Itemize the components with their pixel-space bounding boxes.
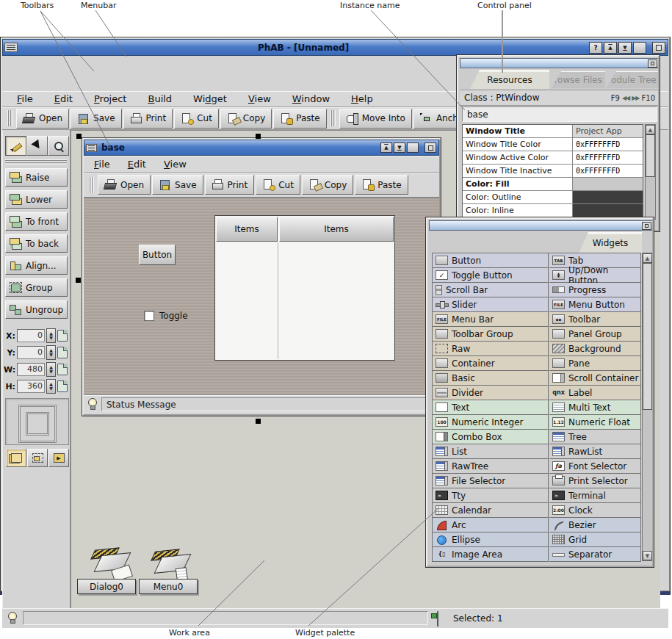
palette-item-file-selector[interactable]: File Selector — [433, 474, 549, 488]
menu-item-build[interactable]: Build — [148, 93, 172, 104]
tab-module-tree[interactable]: Module Tree — [607, 71, 660, 88]
raise-button[interactable]: Raise — [5, 168, 68, 187]
scrollbar-thumb[interactable] — [646, 134, 655, 177]
w-field[interactable]: 480 — [17, 363, 45, 376]
prop-value-window-active-color[interactable]: 0xFFFFFFFD — [573, 151, 643, 164]
open-button[interactable]: Open — [16, 109, 69, 129]
palette-item-ellipse[interactable]: Ellipse — [433, 532, 549, 547]
palette-item-tty[interactable]: >Tty — [433, 488, 549, 503]
h-field[interactable]: 360 — [17, 380, 45, 393]
main-title-bar[interactable]: PhAB - [Unnamed] ? ▲ ▼ — [2, 39, 668, 56]
control-panel-title-bar[interactable] — [460, 58, 660, 68]
paste-button[interactable]: Paste — [355, 175, 408, 195]
prop-name-window-title-inactive[interactable]: Window Title Inactive — [463, 165, 573, 177]
property-row[interactable]: Window Title Inactive0xFFFFFFFD — [463, 165, 643, 178]
palette-item-text[interactable]: Text — [433, 400, 549, 415]
tab-browse-files[interactable]: Browse Files — [552, 71, 605, 88]
palette-item-container[interactable]: Container — [433, 356, 549, 371]
selection-handle[interactable] — [76, 278, 81, 283]
palette-item-bezier[interactable]: Bezier — [549, 518, 641, 532]
instance-name-input[interactable]: base — [462, 106, 657, 122]
palette-title-bar[interactable] — [429, 220, 654, 231]
menu-item-edit[interactable]: Edit — [128, 159, 146, 170]
modules-button[interactable] — [6, 449, 26, 467]
expand-mode-button[interactable]: ▶ — [48, 449, 69, 467]
toggle-checkbox[interactable] — [144, 311, 154, 321]
spinner-stepper[interactable]: ▲▼ — [46, 328, 56, 343]
palette-item-font-selector[interactable]: ƒaFont Selector — [549, 459, 641, 474]
prev-arrows-icon[interactable]: ◀◀ — [622, 95, 629, 101]
lock-icon[interactable] — [57, 364, 68, 375]
close-button[interactable] — [652, 42, 665, 54]
palette-item-divider[interactable]: Divider — [433, 386, 549, 400]
menu-item-view[interactable]: View — [164, 159, 187, 170]
palette-item-scroll-container[interactable]: Scroll Container — [549, 371, 641, 386]
list-column-header[interactable]: Items — [216, 217, 278, 242]
base-collapse-button[interactable]: ▲ — [380, 142, 392, 153]
prop-name-window-title-color[interactable]: Window Title Color — [463, 138, 573, 151]
palette-item-rawtree[interactable]: RawTree — [433, 459, 549, 474]
resize-button[interactable] — [633, 42, 646, 54]
menu-item-file[interactable]: File — [94, 159, 110, 170]
property-row[interactable]: Window Active Color0xFFFFFFFD — [463, 151, 643, 165]
move-into-button[interactable]: Move Into — [339, 109, 412, 129]
x-field[interactable]: 0 — [17, 329, 45, 342]
base-title-bar[interactable]: base ▲ ▼ — [84, 140, 439, 156]
dialog-module-icon[interactable] — [93, 547, 134, 580]
menu-item-edit[interactable]: Edit — [54, 93, 73, 104]
palette-scrollbar[interactable]: ▲ ▼ — [642, 253, 653, 561]
lock-icon[interactable] — [57, 330, 68, 342]
prop-value-window-title-inactive[interactable]: 0xFFFFFFFD — [573, 165, 643, 177]
print-button[interactable]: Print — [205, 175, 255, 195]
palette-item-basic[interactable]: Basic — [433, 371, 549, 386]
prop-name-color-outline[interactable]: Color: Outline — [463, 191, 573, 203]
designed-button-widget[interactable]: Button — [139, 245, 176, 265]
scrollbar-thumb[interactable] — [643, 263, 652, 410]
scroll-down-icon[interactable]: ▼ — [643, 551, 652, 560]
menu-module-label[interactable]: Menu0 — [139, 579, 198, 594]
anchor-frame-widget[interactable] — [18, 405, 57, 443]
list-column-header[interactable]: Items — [279, 217, 394, 242]
palette-item-grid[interactable]: Grid — [549, 532, 641, 547]
palette-item-scroll-bar[interactable]: Scroll Bar — [433, 283, 549, 297]
align-button[interactable]: Align... — [5, 256, 68, 275]
menu-item-file[interactable]: File — [17, 93, 33, 104]
scroll-up-icon[interactable]: ▲ — [646, 125, 655, 134]
save-button[interactable]: Save — [71, 109, 121, 129]
sidebar-grip[interactable] — [5, 159, 67, 165]
palette-item-toolbar-group[interactable]: Toolbar Group — [433, 327, 549, 342]
menu-item-window[interactable]: Window — [292, 93, 330, 104]
pointer-tool-button[interactable] — [26, 136, 48, 156]
dialog-module-label[interactable]: Dialog0 — [77, 579, 136, 594]
open-button[interactable]: Open — [98, 175, 151, 195]
prop-name-color-inline[interactable]: Color: Inline — [463, 204, 573, 217]
panel-box-button[interactable] — [642, 222, 651, 230]
palette-item-toggle-button[interactable]: ✓Toggle Button — [433, 268, 549, 283]
scroll-up-icon[interactable]: ▲ — [643, 253, 652, 263]
tab-widgets[interactable]: Widgets — [579, 232, 642, 253]
designed-toggle-widget[interactable]: Toggle — [144, 311, 188, 321]
palette-item-progress[interactable]: Progress — [549, 283, 641, 297]
palette-item-print-selector[interactable]: Print Selector — [549, 474, 641, 488]
selection-handle[interactable] — [256, 134, 261, 139]
spinner-stepper[interactable]: ▲▼ — [46, 345, 56, 360]
base-close-button[interactable] — [424, 142, 436, 153]
magnifier-tool-button[interactable] — [48, 136, 69, 156]
palette-item-background[interactable]: Background — [549, 342, 641, 356]
prop-name-window-title[interactable]: Window Title — [463, 125, 573, 137]
palette-item-slider[interactable]: Slider — [433, 297, 549, 312]
palette-item-menu-bar[interactable]: FILEMenu Bar — [433, 312, 549, 327]
collapse-button[interactable]: ▲ — [604, 42, 617, 54]
selection-handle[interactable] — [256, 419, 261, 424]
tab-resources[interactable]: Resources — [470, 70, 549, 89]
palette-item-menu-button[interactable]: FILEMenu Button — [549, 297, 641, 312]
palette-item-numeric-float[interactable]: 1.12Numeric Float — [549, 415, 641, 430]
palette-item-terminal[interactable]: >Terminal — [549, 488, 641, 503]
y-field[interactable]: 0 — [17, 346, 45, 359]
palette-item-button[interactable]: Button — [433, 253, 549, 268]
menu-item-widget[interactable]: Widget — [193, 93, 227, 104]
palette-item-multi-text[interactable]: Multi Text — [549, 400, 641, 415]
window-menu-icon[interactable] — [4, 43, 18, 52]
lock-icon[interactable] — [57, 347, 68, 358]
palette-item-rawlist[interactable]: RawList — [549, 444, 641, 459]
